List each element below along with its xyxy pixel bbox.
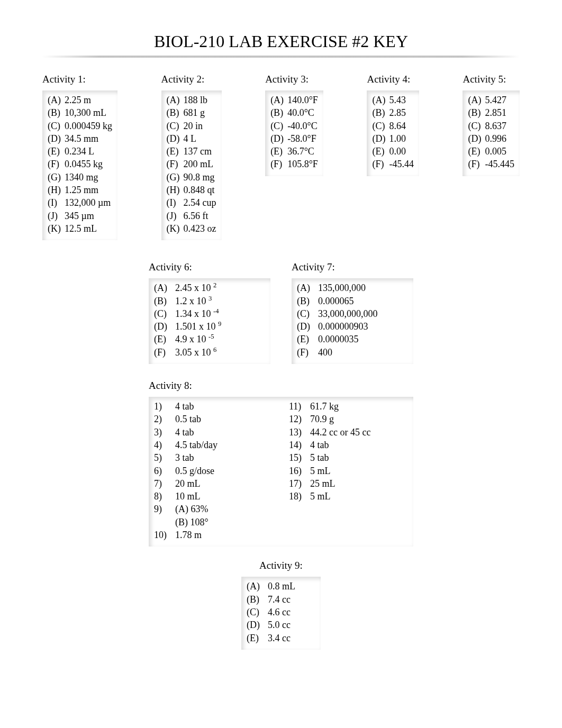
item-value: 7.4 cc bbox=[268, 593, 291, 606]
list-item: (A) 135,000,000 bbox=[297, 281, 408, 294]
item-marker: 5) bbox=[154, 451, 175, 464]
page-title: BIOL-210 LAB EXERCISE #2 KEY bbox=[42, 32, 520, 51]
item-value: 400 bbox=[318, 346, 332, 359]
list-item: (K)12.5 mL bbox=[48, 222, 112, 235]
item-marker: 13) bbox=[289, 426, 310, 439]
activity-9-box: (A) 0.8 mL(B) 7.4 cc(C) 4.6 cc(D) 5.0 cc… bbox=[241, 577, 321, 649]
item-value: 0.5 tab bbox=[175, 413, 201, 425]
list-item: (D)0.996 bbox=[468, 132, 514, 145]
item-value: -58.0°F bbox=[287, 132, 316, 145]
item-value: 4 tab bbox=[310, 439, 329, 451]
activity-8-box: 1) 4 tab2) 0.5 tab3) 4 tab4) 4.5 tab/day… bbox=[149, 397, 413, 547]
activity-4-box: (A)5.43(B)2.85(C)8.64(D)1.00(E)0.00(F)-4… bbox=[367, 90, 419, 176]
list-item: 4) 4.5 tab/day bbox=[154, 439, 273, 451]
list-item: (D)4 L bbox=[167, 132, 216, 145]
item-marker: (A) bbox=[48, 94, 65, 106]
item-value: 33,000,000,000 bbox=[318, 307, 378, 320]
item-marker: (C) bbox=[154, 307, 175, 320]
item-value: 4.5 tab/day bbox=[175, 439, 217, 451]
item-marker: (B) bbox=[48, 106, 65, 119]
list-item: 8) 10 mL bbox=[154, 490, 273, 503]
list-item: (K)0.423 oz bbox=[167, 222, 216, 235]
list-item: (A)5.43 bbox=[372, 94, 414, 106]
activity-5-box: (A)5.427(B)2.851(C)8.637(D)0.996(E)0.005… bbox=[463, 90, 520, 176]
item-value: 3.4 cc bbox=[268, 632, 291, 644]
item-value: 0.000000903 bbox=[318, 320, 368, 333]
item-value: 34.5 mm bbox=[65, 132, 98, 145]
list-item: (E) 0.0000035 bbox=[297, 333, 408, 345]
item-marker: (B) bbox=[468, 106, 485, 119]
item-value: 4.9 x 10 -5 bbox=[175, 333, 214, 345]
item-marker: (H) bbox=[167, 184, 184, 196]
item-marker: (F) bbox=[468, 158, 485, 170]
item-marker: (B) bbox=[154, 295, 175, 307]
item-marker: (F) bbox=[297, 346, 318, 359]
item-marker: (E) bbox=[468, 145, 485, 158]
list-item: (F)105.8°F bbox=[270, 158, 318, 170]
item-value: 20 in bbox=[184, 120, 203, 132]
item-marker: (D) bbox=[48, 132, 65, 145]
item-value: 1.78 m bbox=[175, 529, 202, 541]
list-item: (F) 400 bbox=[297, 346, 408, 359]
list-item: (F)-45.445 bbox=[468, 158, 514, 170]
item-marker: (C) bbox=[247, 606, 268, 618]
list-item: (B)2.851 bbox=[468, 106, 514, 119]
item-value: 90.8 mg bbox=[184, 171, 215, 184]
list-item: 11) 61.7 kg bbox=[289, 400, 408, 413]
item-value: 137 cm bbox=[184, 145, 212, 158]
list-item: (E)0.234 L bbox=[48, 145, 112, 158]
item-value: 188 lb bbox=[184, 94, 208, 106]
item-value: 36.7°C bbox=[287, 145, 314, 158]
item-marker: (K) bbox=[48, 222, 65, 235]
item-value: 0.005 bbox=[485, 145, 506, 158]
item-marker: (D) bbox=[247, 618, 268, 631]
list-item: 3) 4 tab bbox=[154, 426, 273, 439]
activity-7-box: (A) 135,000,000(B) 0.000065(C) 33,000,00… bbox=[292, 278, 413, 364]
item-marker: (E) bbox=[270, 145, 287, 158]
row-activities-1-5: Activity 1:(A)2.25 m(B)10,300 mL(C)0.000… bbox=[42, 74, 520, 240]
list-item: 12) 70.9 g bbox=[289, 413, 408, 425]
list-item: (B) 1.2 x 10 3 bbox=[154, 295, 265, 307]
item-value: 5 mL bbox=[310, 490, 331, 503]
item-marker: 8) bbox=[154, 490, 175, 503]
item-value: 25 mL bbox=[310, 477, 336, 490]
list-item: (G)1340 mg bbox=[48, 171, 112, 184]
item-value: 3 tab bbox=[175, 451, 194, 464]
item-marker: 15) bbox=[289, 451, 310, 464]
item-marker: (F) bbox=[270, 158, 287, 170]
list-item: 6) 0.5 g/dose bbox=[154, 465, 273, 477]
item-marker: (E) bbox=[48, 145, 65, 158]
item-value: 8.637 bbox=[485, 120, 506, 132]
activity-1-label: Activity 1: bbox=[42, 74, 117, 85]
list-item: (I)2.54 cup bbox=[167, 196, 216, 209]
activity-9: Activity 9: (A) 0.8 mL(B) 7.4 cc(C) 4.6 … bbox=[241, 560, 321, 649]
item-value: 1.2 x 10 3 bbox=[175, 295, 212, 307]
item-marker: (J) bbox=[167, 210, 184, 222]
item-value: 345 µm bbox=[65, 210, 94, 222]
item-marker: (I) bbox=[167, 196, 184, 209]
activity-7-label: Activity 7: bbox=[292, 261, 413, 273]
item-marker: (C) bbox=[270, 120, 287, 132]
list-item: (E)0.005 bbox=[468, 145, 514, 158]
item-marker: (C) bbox=[48, 120, 65, 132]
item-value: 0.000459 kg bbox=[65, 120, 112, 132]
item-value: 44.2 cc or 45 cc bbox=[310, 426, 370, 439]
item-value: 2.25 m bbox=[65, 94, 91, 106]
item-value: 4 tab bbox=[175, 400, 194, 413]
item-value: 40.0°C bbox=[287, 106, 314, 119]
list-item: (C)0.000459 kg bbox=[48, 120, 112, 132]
item-marker: (A) bbox=[468, 94, 485, 106]
item-value: 0.0455 kg bbox=[65, 158, 103, 170]
item-marker: (J) bbox=[48, 210, 65, 222]
item-marker: 1) bbox=[154, 400, 175, 413]
item-marker: 4) bbox=[154, 439, 175, 451]
list-item: (B) 0.000065 bbox=[297, 295, 408, 307]
activity-4: Activity 4:(A)5.43(B)2.85(C)8.64(D)1.00(… bbox=[367, 74, 419, 240]
list-item: (C) 1.34 x 10 -4 bbox=[154, 307, 265, 320]
item-marker: (F) bbox=[154, 346, 175, 359]
item-value: 4 L bbox=[184, 132, 197, 145]
item-value: 4.6 cc bbox=[268, 606, 291, 618]
item-value: 5.43 bbox=[389, 94, 406, 106]
item-value: 2.54 cup bbox=[184, 196, 216, 209]
list-item: 17) 25 mL bbox=[289, 477, 408, 490]
